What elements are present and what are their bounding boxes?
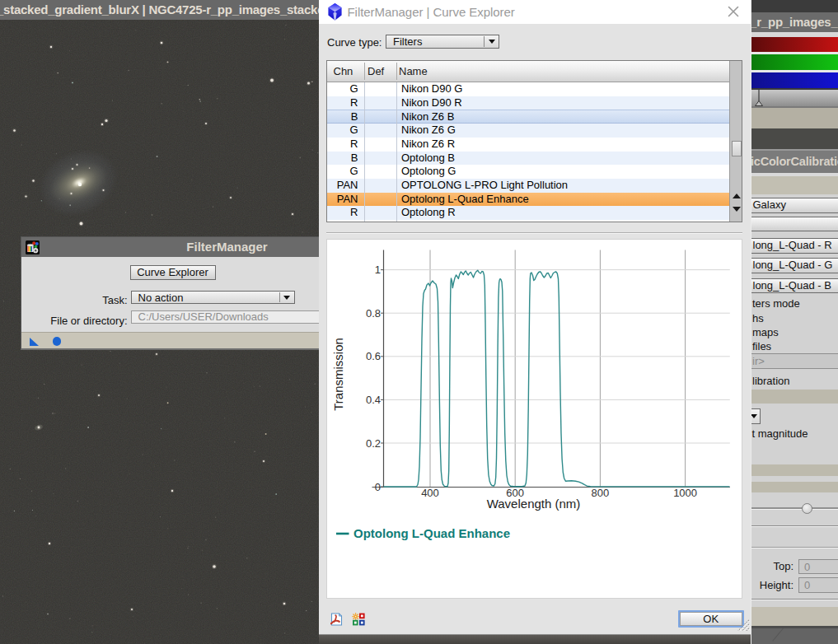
svg-text:0.2: 0.2	[365, 436, 380, 449]
svg-text:800: 800	[591, 487, 609, 499]
svg-text:0.4: 0.4	[365, 393, 380, 405]
svg-text:1: 1	[374, 264, 380, 276]
svg-text:0.8: 0.8	[365, 306, 380, 319]
svg-text:0: 0	[374, 480, 380, 492]
svg-text:400: 400	[421, 487, 439, 499]
svg-text:0.6: 0.6	[365, 350, 380, 362]
svg-text:Optolong L-Quad Enhance: Optolong L-Quad Enhance	[353, 526, 510, 540]
svg-text:1000: 1000	[673, 487, 697, 499]
svg-text:Transmission: Transmission	[331, 338, 345, 411]
svg-text:Wavelength (nm): Wavelength (nm)	[486, 497, 580, 511]
